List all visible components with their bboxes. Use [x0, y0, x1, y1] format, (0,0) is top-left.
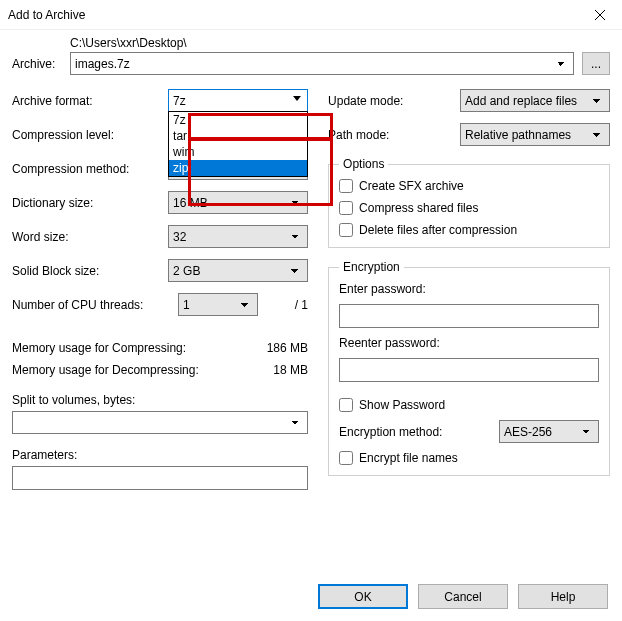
split-volumes-select[interactable]: [12, 411, 308, 434]
reenter-password-label: Reenter password:: [339, 336, 599, 350]
window-title: Add to Archive: [8, 8, 85, 22]
encryption-group: Encryption Enter password: Reenter passw…: [328, 260, 610, 476]
dictionary-size-label: Dictionary size:: [12, 196, 168, 210]
cpu-threads-label: Number of CPU threads:: [12, 298, 178, 312]
delete-after-label: Delete files after compression: [359, 223, 517, 237]
parameters-input[interactable]: [12, 466, 308, 490]
parameters-label: Parameters:: [12, 448, 308, 462]
memory-compress-value: 186 MB: [248, 341, 308, 355]
encryption-method-select[interactable]: AES-256: [499, 420, 599, 443]
enter-password-label: Enter password:: [339, 282, 599, 296]
solid-block-size-select[interactable]: 2 GB: [168, 259, 308, 282]
options-legend: Options: [339, 157, 388, 171]
show-password-checkbox[interactable]: [339, 398, 353, 412]
close-icon: [595, 10, 605, 20]
enter-password-input[interactable]: [339, 304, 599, 328]
cpu-threads-select[interactable]: 1: [178, 293, 258, 316]
format-option-wim[interactable]: wim: [169, 144, 307, 160]
titlebar: Add to Archive: [0, 0, 622, 30]
split-volumes-label: Split to volumes, bytes:: [12, 393, 308, 407]
encryption-legend: Encryption: [339, 260, 404, 274]
format-option-tar[interactable]: tar: [169, 128, 307, 144]
encryption-method-label: Encryption method:: [339, 425, 491, 439]
archive-path-text: C:\Users\xxr\Desktop\: [70, 36, 574, 50]
update-mode-select[interactable]: Add and replace files: [460, 89, 610, 112]
format-option-7z[interactable]: 7z: [169, 112, 307, 128]
shared-files-checkbox[interactable]: [339, 201, 353, 215]
show-password-label: Show Password: [359, 398, 445, 412]
dictionary-size-select[interactable]: 16 MB: [168, 191, 308, 214]
word-size-label: Word size:: [12, 230, 168, 244]
ok-button[interactable]: OK: [318, 584, 408, 609]
delete-after-checkbox[interactable]: [339, 223, 353, 237]
memory-decompress-label: Memory usage for Decompressing:: [12, 363, 248, 377]
options-group: Options Create SFX archive Compress shar…: [328, 157, 610, 248]
archive-format-label: Archive format:: [12, 94, 168, 108]
chevron-down-icon: [293, 96, 301, 101]
sfx-label: Create SFX archive: [359, 179, 464, 193]
archive-filename-select[interactable]: images.7z: [70, 52, 574, 75]
path-mode-select[interactable]: Relative pathnames: [460, 123, 610, 146]
cancel-button[interactable]: Cancel: [418, 584, 508, 609]
reenter-password-input[interactable]: [339, 358, 599, 382]
archive-label: Archive:: [12, 57, 62, 75]
compression-level-label: Compression level:: [12, 128, 168, 142]
update-mode-label: Update mode:: [328, 94, 460, 108]
memory-decompress-value: 18 MB: [248, 363, 308, 377]
encrypt-names-label: Encrypt file names: [359, 451, 458, 465]
sfx-checkbox[interactable]: [339, 179, 353, 193]
word-size-select[interactable]: 32: [168, 225, 308, 248]
archive-format-dropdown: 7z tar wim zip: [168, 111, 308, 177]
archive-format-select[interactable]: 7z: [168, 89, 308, 112]
help-button[interactable]: Help: [518, 584, 608, 609]
browse-button[interactable]: ...: [582, 52, 610, 75]
compression-method-label: Compression method:: [12, 162, 168, 176]
path-mode-label: Path mode:: [328, 128, 460, 142]
encrypt-names-checkbox[interactable]: [339, 451, 353, 465]
shared-files-label: Compress shared files: [359, 201, 478, 215]
format-option-zip[interactable]: zip: [169, 160, 307, 176]
memory-compress-label: Memory usage for Compressing:: [12, 341, 248, 355]
solid-block-size-label: Solid Block size:: [12, 264, 168, 278]
close-button[interactable]: [577, 0, 622, 30]
cpu-threads-total: / 1: [258, 298, 308, 312]
